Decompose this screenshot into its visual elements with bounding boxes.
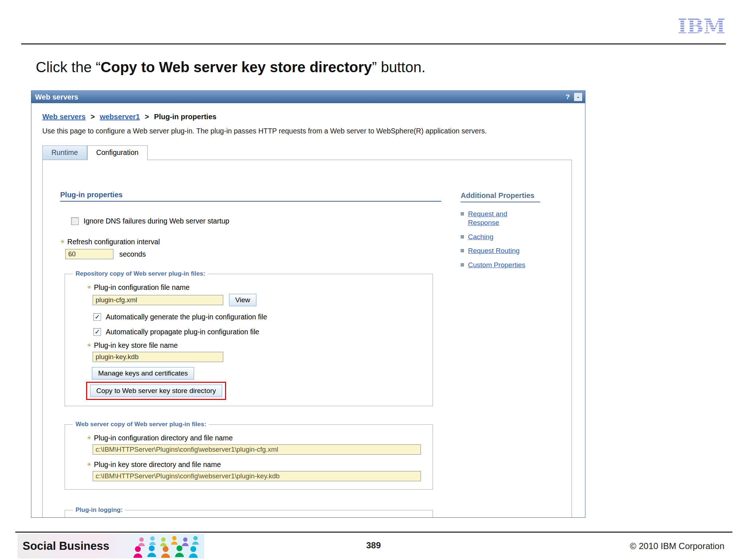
keystore-dir-input[interactable] bbox=[93, 471, 421, 481]
refresh-interval-label-text: Refresh configuration interval bbox=[67, 238, 160, 246]
required-star-icon bbox=[87, 341, 92, 350]
config-file-input[interactable] bbox=[93, 295, 223, 305]
config-file-row: View bbox=[93, 294, 426, 306]
breadcrumb-link-webserver1[interactable]: webserver1 bbox=[100, 113, 140, 121]
config-dir-row bbox=[93, 444, 426, 455]
required-star-icon bbox=[87, 283, 92, 292]
footer-divider bbox=[15, 532, 732, 533]
list-item: Request Routing bbox=[461, 246, 556, 255]
breadcrumb-current: Plug-in properties bbox=[154, 113, 216, 121]
keystore-dir-label: Plug-in key store directory and file nam… bbox=[87, 460, 426, 469]
slide-title-prefix: Click the “ bbox=[36, 59, 101, 75]
web-servers-window: Web servers ? - Web servers > webserver1… bbox=[31, 90, 585, 518]
page-description: Use this page to configure a Web server … bbox=[42, 127, 575, 135]
list-item: Request and Response bbox=[461, 210, 556, 227]
keystore-file-input[interactable] bbox=[93, 352, 223, 362]
refresh-interval-input[interactable] bbox=[65, 249, 113, 259]
slide-title-suffix: ” button. bbox=[372, 59, 426, 75]
slide-title-bold: Copy to Web server key store directory bbox=[101, 59, 372, 75]
link-caching[interactable]: Caching bbox=[468, 233, 494, 241]
manage-keys-row: Manage keys and certificates bbox=[92, 367, 426, 380]
list-item: Custom Properties bbox=[461, 261, 556, 269]
plugin-logging-fieldset: Plug-in logging: Log file name bbox=[65, 506, 433, 517]
window-title: Web servers bbox=[35, 93, 565, 101]
slide-title: Click the “Copy to Web server key store … bbox=[36, 59, 426, 75]
window-body: Web servers > webserver1 > Plug-in prope… bbox=[31, 103, 585, 517]
auto-generate-checkbox-checked-icon[interactable] bbox=[93, 313, 101, 321]
auto-propagate-label: Automatically propagate plug-in configur… bbox=[106, 328, 259, 336]
web-server-copy-legend: Web server copy of Web server plug-in fi… bbox=[73, 421, 209, 428]
bullet-icon bbox=[461, 249, 464, 252]
window-titlebar: Web servers ? - bbox=[31, 91, 585, 103]
copy-button-row: Copy to Web server key store directory bbox=[86, 382, 426, 400]
required-star-icon bbox=[60, 238, 65, 246]
copyright-text: © 2010 IBM Corporation bbox=[630, 541, 724, 551]
tab-configuration[interactable]: Configuration bbox=[87, 145, 148, 160]
config-file-label-text: Plug-in configuration file name bbox=[94, 283, 190, 291]
ibm-logo: IBM bbox=[678, 16, 726, 38]
bullet-icon bbox=[461, 212, 464, 215]
list-item: Caching bbox=[461, 233, 556, 241]
help-icon[interactable]: ? bbox=[565, 93, 570, 101]
keystore-dir-label-text: Plug-in key store directory and file nam… bbox=[94, 460, 221, 468]
link-request-routing[interactable]: Request Routing bbox=[468, 246, 520, 255]
additional-properties-sidebar: Additional Properties Request and Respon… bbox=[461, 191, 556, 275]
auto-generate-label: Automatically generate the plug-in confi… bbox=[106, 313, 267, 321]
ignore-dns-label: Ignore DNS failures during Web server st… bbox=[84, 217, 229, 225]
link-custom-properties[interactable]: Custom Properties bbox=[468, 261, 525, 269]
configuration-panel: Plug-in properties Ignore DNS failures d… bbox=[42, 160, 572, 517]
bullet-icon bbox=[461, 235, 464, 238]
breadcrumb-separator: > bbox=[90, 113, 95, 121]
auto-generate-row: Automatically generate the plug-in confi… bbox=[93, 313, 426, 321]
tab-bar: Runtime Configuration bbox=[42, 145, 575, 160]
ignore-dns-checkbox[interactable] bbox=[71, 217, 79, 225]
required-star-icon bbox=[87, 434, 92, 442]
minimize-icon[interactable]: - bbox=[574, 93, 582, 101]
repository-copy-fieldset: Repository copy of Web server plug-in fi… bbox=[65, 270, 433, 406]
slide: IBM Click the “Copy to Web server key st… bbox=[0, 0, 747, 560]
breadcrumb: Web servers > webserver1 > Plug-in prope… bbox=[42, 113, 575, 121]
keystore-file-label-text: Plug-in key store file name bbox=[94, 341, 178, 349]
ibm-logo-text: IBM bbox=[678, 16, 725, 36]
auto-propagate-row: Automatically propagate plug-in configur… bbox=[93, 328, 426, 336]
tab-runtime[interactable]: Runtime bbox=[42, 145, 87, 160]
auto-propagate-checkbox-checked-icon[interactable] bbox=[93, 328, 101, 336]
plugin-logging-legend: Plug-in logging: bbox=[73, 506, 125, 514]
breadcrumb-link-web-servers[interactable]: Web servers bbox=[42, 113, 86, 121]
keystore-file-label: Plug-in key store file name bbox=[87, 341, 426, 350]
config-dir-label-text: Plug-in configuration directory and file… bbox=[94, 434, 233, 442]
ignore-dns-row: Ignore DNS failures during Web server st… bbox=[71, 217, 441, 225]
plugin-properties-form: Plug-in properties Ignore DNS failures d… bbox=[60, 191, 441, 517]
config-file-label: Plug-in configuration file name bbox=[87, 283, 426, 292]
link-request-and-response[interactable]: Request and Response bbox=[468, 210, 530, 227]
bullet-icon bbox=[461, 263, 464, 267]
section-title: Plug-in properties bbox=[60, 191, 441, 202]
keystore-dir-row bbox=[93, 471, 426, 481]
required-star-icon bbox=[87, 460, 92, 469]
red-highlight-box: Copy to Web server key store directory bbox=[86, 382, 226, 400]
copy-to-keystore-button[interactable]: Copy to Web server key store directory bbox=[90, 385, 222, 397]
refresh-interval-row: seconds bbox=[65, 249, 441, 259]
header-divider bbox=[21, 43, 726, 44]
additional-properties-title: Additional Properties bbox=[461, 191, 540, 202]
breadcrumb-separator: > bbox=[145, 113, 149, 121]
refresh-interval-label: Refresh configuration interval bbox=[60, 238, 441, 246]
config-dir-label: Plug-in configuration directory and file… bbox=[87, 434, 426, 442]
refresh-interval-unit: seconds bbox=[119, 250, 146, 258]
view-button[interactable]: View bbox=[229, 294, 256, 306]
web-server-copy-fieldset: Web server copy of Web server plug-in fi… bbox=[65, 421, 433, 490]
repository-copy-legend: Repository copy of Web server plug-in fi… bbox=[73, 270, 208, 277]
manage-keys-button[interactable]: Manage keys and certificates bbox=[92, 367, 194, 380]
additional-properties-list: Request and Response Caching Request Rou… bbox=[461, 210, 556, 269]
keystore-file-row bbox=[93, 352, 426, 362]
config-dir-input[interactable] bbox=[93, 444, 421, 455]
